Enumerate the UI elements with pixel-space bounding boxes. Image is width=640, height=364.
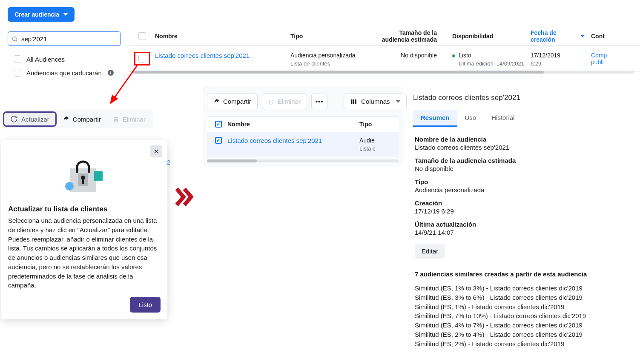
filter-list: All Audiences Audiencias que caducarán i — [14, 55, 114, 77]
update-popup: 2 Actualizar tu lista de clientes Selecc… — [1, 140, 167, 319]
select-all-checkbox[interactable] — [138, 32, 146, 40]
checkbox[interactable] — [14, 55, 21, 63]
value-audience-name: Listado correos clientes sep'2021 — [415, 144, 629, 151]
action-toolbar-before: Actualizar Compartir Eliminar — [1, 110, 153, 128]
header-type[interactable]: Tipo — [290, 33, 378, 40]
label-audience-name: Nombre de la audiencia — [415, 136, 629, 143]
row-cont-sub[interactable]: publi — [591, 59, 640, 65]
header-name[interactable]: Nombre — [227, 121, 359, 128]
share-button[interactable]: Compartir — [207, 94, 258, 109]
table-header-row: Nombre Tipo Tamaño de la audiencia estim… — [129, 26, 640, 46]
delete-label: Eliminar — [123, 116, 146, 123]
tab-usage[interactable]: Uso — [457, 110, 484, 127]
header-created[interactable]: Fecha de creación — [531, 29, 584, 43]
checkbox[interactable] — [14, 69, 21, 77]
row-checkbox[interactable] — [138, 55, 146, 63]
select-all-checked[interactable] — [215, 121, 222, 128]
edit-button[interactable]: Editar — [415, 244, 445, 259]
delete-label: Eliminar — [278, 98, 301, 105]
table-row[interactable]: Listado correos clientes sep'2021 Audien… — [129, 46, 640, 71]
svg-point-11 — [65, 182, 74, 191]
svg-rect-9 — [82, 179, 84, 184]
more-actions-button[interactable]: ••• — [311, 94, 327, 109]
trash-icon — [268, 99, 274, 105]
header-type[interactable]: Tipo — [359, 121, 396, 128]
popup-title: Actualizar tu lista de clientes — [8, 205, 161, 213]
similar-item[interactable]: Similitud (ES, 4% to 7%) - Listado corre… — [415, 321, 629, 330]
annotation-chevrons — [175, 186, 196, 208]
columns-label: Columnas — [361, 98, 390, 105]
header-availability[interactable]: Disponibilidad — [440, 33, 531, 40]
label-type: Tipo — [415, 178, 629, 185]
row-created-sub: 6:29 — [531, 60, 584, 67]
filter-expiring-audiences[interactable]: Audiencias que caducarán i — [14, 69, 114, 77]
similar-item[interactable]: Similitud (ES, 3% to 6%) - Listado corre… — [415, 293, 629, 302]
header-name[interactable]: Nombre — [155, 33, 290, 40]
status-dot-icon — [452, 54, 455, 57]
row-checkbox-checked[interactable] — [215, 137, 222, 144]
value-type: Audiencia personalizada — [415, 186, 629, 193]
create-audience-button[interactable]: Crear audiencia — [8, 7, 75, 22]
row-name-link[interactable]: Listado correos clientes sep'2021 — [155, 52, 250, 59]
label-updated: Última actualización — [415, 221, 629, 228]
audiences-table: Nombre Tipo Tamaño de la audiencia estim… — [129, 26, 640, 71]
columns-icon — [350, 98, 357, 105]
scrollbar-thumb[interactable] — [132, 71, 544, 74]
update-label: Actualizar — [21, 116, 49, 123]
row-name-link[interactable]: Listado correos clientes sep'2021 — [227, 137, 322, 144]
similar-item[interactable]: Similitud (ES, 1% to 3%) - Listado corre… — [415, 284, 629, 293]
update-button-highlighted[interactable]: Actualizar — [3, 111, 57, 127]
close-button[interactable] — [150, 145, 162, 157]
audience-detail-panel: Listado correos clientes sep'2021 Resume… — [408, 86, 634, 348]
trash-icon — [113, 116, 119, 122]
columns-button[interactable]: Columnas — [344, 94, 407, 109]
action-toolbar-after: Compartir Eliminar ••• Columnas — [207, 94, 399, 109]
tab-history[interactable]: Historial — [484, 110, 522, 127]
table2-row[interactable]: Listado correos clientes sep'2021 Audie … — [207, 132, 399, 157]
detail-tabs: Resumen Uso Historial — [413, 110, 631, 127]
value-created: 17/12/19 6:29 — [415, 208, 629, 215]
filter-all-label: All Audiences — [26, 56, 65, 63]
detail-title: Listado correos clientes sep'2021 — [413, 94, 631, 102]
horizontal-scrollbar[interactable] — [132, 71, 634, 74]
row-checkbox-highlight — [134, 52, 150, 65]
share-label: Compartir — [223, 98, 251, 105]
delete-button-disabled: Eliminar — [262, 94, 307, 109]
scrollbar-thumb[interactable] — [207, 159, 257, 162]
create-audience-label: Crear audiencia — [14, 11, 59, 18]
label-size: Tamaño de la audiencia estimada — [415, 157, 629, 164]
share-button[interactable]: Compartir — [57, 112, 107, 126]
horizontal-scrollbar[interactable] — [207, 159, 399, 162]
popup-done-button[interactable]: Listo — [130, 297, 161, 313]
label-created: Creación — [415, 199, 629, 207]
similar-item[interactable]: Similitud (ES, 1%) - Listado correos cli… — [415, 302, 629, 312]
share-label: Compartir — [73, 116, 101, 123]
value-updated: 14/9/21 14:07 — [415, 229, 629, 236]
similar-audiences-title: 7 audiencias similares creadas a partir … — [415, 270, 629, 278]
similar-item[interactable]: Similitud (ES, 2% to 4%) - Listado corre… — [415, 330, 629, 339]
header-cont[interactable]: Cont — [584, 33, 640, 40]
close-icon — [153, 148, 159, 154]
row-cont[interactable]: Comp — [591, 52, 640, 59]
detail-body: Nombre de la audiencia Listado correos c… — [413, 127, 631, 348]
search-input[interactable] — [21, 35, 117, 43]
svg-line-1 — [16, 40, 17, 41]
row-type: Audie — [359, 137, 396, 144]
search-input-wrapper[interactable] — [8, 31, 121, 46]
svg-rect-13 — [353, 99, 354, 104]
filter-all-audiences[interactable]: All Audiences — [14, 55, 114, 63]
filter-expiring-label: Audiencias que caducarán — [26, 69, 102, 77]
tab-summary[interactable]: Resumen — [413, 110, 457, 127]
row-size: No disponible — [378, 52, 440, 59]
row-type-sub: Lista c — [359, 145, 396, 152]
svg-rect-14 — [355, 99, 356, 104]
similar-item[interactable]: Similitud (ES, 7% to 10%) - Listado corr… — [415, 311, 629, 321]
header-size[interactable]: Tamaño de la audiencia estimada — [378, 29, 440, 43]
row-availability-sub: Última edición: 14/09/2021 — [459, 60, 531, 67]
refresh-icon — [10, 115, 18, 123]
info-icon[interactable]: i — [108, 70, 114, 76]
row-type-sub: Lista de clientes — [290, 60, 378, 67]
row-created: 17/12/2019 — [531, 52, 584, 59]
svg-rect-10 — [94, 171, 103, 181]
similar-item[interactable]: Similitud (ES, 2%) - Listado correos cli… — [415, 339, 629, 349]
